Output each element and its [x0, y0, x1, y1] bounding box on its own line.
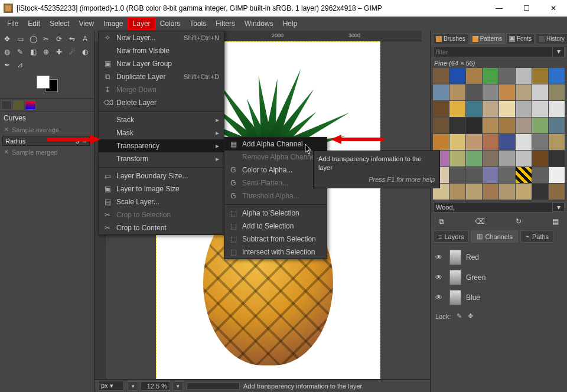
pattern-chip[interactable] [466, 101, 482, 117]
menu-view[interactable]: View [74, 18, 99, 30]
tool-options-tab-3[interactable] [25, 100, 35, 110]
tool-smudge[interactable]: ☄ [66, 46, 78, 58]
window-close-button[interactable]: ✕ [540, 0, 567, 17]
channel-row-green[interactable]: 👁Green [433, 267, 565, 288]
pattern-chip[interactable] [532, 184, 548, 200]
foreground-color[interactable] [37, 76, 50, 89]
pattern-chip[interactable] [433, 117, 449, 133]
menu-item-new-layer-group[interactable]: ▣New Layer Group [99, 57, 224, 70]
pattern-chip[interactable] [499, 134, 515, 150]
menu-item-delete-layer[interactable]: ⌫Delete Layer [99, 96, 224, 109]
pattern-chip[interactable] [449, 101, 465, 117]
tool-flip[interactable]: ⇋ [66, 33, 78, 45]
pattern-chip[interactable] [532, 117, 548, 133]
refresh-patterns-icon[interactable]: ↻ [516, 217, 522, 226]
menu-file[interactable]: File [2, 18, 23, 30]
pattern-chip[interactable] [516, 117, 532, 133]
pattern-chip[interactable] [499, 184, 515, 200]
tool-text[interactable]: A [79, 33, 91, 45]
pattern-chip[interactable] [449, 134, 465, 150]
tool-path[interactable]: ✒ [1, 59, 13, 71]
pattern-chip[interactable] [466, 151, 482, 166]
filter-dropdown-button[interactable]: ▾ [553, 47, 565, 57]
dock-tab-history[interactable]: History [536, 33, 567, 44]
pattern-chip[interactable] [483, 167, 498, 183]
tab-paths[interactable]: ⌁Paths [520, 230, 554, 243]
pattern-chip[interactable] [449, 167, 465, 183]
pattern-filter-input[interactable] [433, 47, 553, 57]
pattern-chip[interactable] [532, 101, 548, 117]
pattern-chip[interactable] [433, 134, 449, 150]
pattern-chip[interactable] [499, 68, 515, 84]
pattern-name-field[interactable]: Wood, [433, 202, 553, 213]
pattern-chip[interactable] [433, 101, 449, 117]
tool-bucket[interactable]: ◍ [1, 46, 13, 58]
channel-row-red[interactable]: 👁Red [433, 247, 565, 267]
menu-windows[interactable]: Windows [240, 18, 278, 30]
pattern-chip[interactable] [433, 68, 449, 84]
pattern-chip[interactable] [483, 184, 498, 200]
channel-row-blue[interactable]: 👁Blue [433, 288, 565, 308]
menu-item-stack[interactable]: Stack▸ [99, 113, 224, 126]
visibility-icon[interactable]: 👁 [435, 293, 445, 302]
tool-clone[interactable]: ⊕ [40, 46, 52, 58]
menu-item-duplicate-layer[interactable]: ⧉Duplicate LayerShift+Ctrl+D [99, 70, 224, 83]
tool-eraser[interactable]: ◧ [27, 46, 39, 58]
lock-position-icon[interactable]: ✥ [468, 312, 473, 320]
pattern-chip[interactable] [549, 68, 565, 84]
pattern-chip[interactable] [466, 184, 482, 200]
menu-item-layer-boundary-size-[interactable]: ▭Layer Boundary Size... [99, 169, 224, 182]
pattern-chip[interactable] [549, 134, 565, 150]
pattern-chip[interactable] [466, 68, 482, 84]
menu-item-layer-to-image-size[interactable]: ▣Layer to Image Size [99, 182, 224, 195]
pattern-chip[interactable] [466, 134, 482, 150]
pattern-chip[interactable] [499, 84, 515, 100]
delete-pattern-icon[interactable]: ⌫ [475, 217, 485, 226]
pattern-chip[interactable] [516, 101, 532, 117]
pattern-chip[interactable] [549, 84, 565, 100]
dock-tab-fonts[interactable]: AFonts [506, 33, 535, 44]
pattern-chip[interactable] [532, 167, 548, 183]
pattern-chip[interactable] [549, 184, 565, 200]
tool-rotate[interactable]: ⟳ [53, 33, 65, 45]
menu-image[interactable]: Image [99, 18, 128, 30]
pattern-chip[interactable] [449, 68, 465, 84]
pattern-chip[interactable] [449, 117, 465, 133]
zoom-out-button[interactable]: ▾ [128, 381, 138, 391]
submenu-item-subtract-from-selection[interactable]: ⬚Subtract from Selection [224, 233, 327, 246]
pattern-chip[interactable] [549, 117, 565, 133]
pattern-chip[interactable] [483, 151, 498, 166]
pattern-chip[interactable] [549, 167, 565, 183]
open-as-image-icon[interactable]: ▤ [552, 217, 559, 226]
option-sample-merged[interactable]: ✕Sample merged [0, 147, 94, 157]
duplicate-pattern-icon[interactable]: ⧉ [439, 217, 444, 226]
pattern-chip[interactable] [433, 84, 449, 100]
zoom-in-button[interactable]: ▾ [172, 381, 183, 391]
tool-options-tab-1[interactable] [1, 100, 12, 110]
lock-paint-icon[interactable]: ✎ [457, 312, 462, 320]
tool-move[interactable]: ✥ [1, 33, 13, 45]
unit-selector[interactable]: px ▾ [98, 381, 124, 391]
zoom-field[interactable]: 12.5 % [141, 381, 170, 391]
visibility-icon[interactable]: 👁 [435, 253, 445, 262]
pattern-chip[interactable] [449, 84, 465, 100]
submenu-item-alpha-to-selection[interactable]: ⬚Alpha to Selection [224, 207, 327, 220]
menu-help[interactable]: Help [278, 18, 302, 30]
menu-edit[interactable]: Edit [23, 18, 45, 30]
pattern-chip[interactable] [449, 151, 465, 166]
window-maximize-button[interactable]: ☐ [513, 0, 540, 17]
menu-filters[interactable]: Filters [211, 18, 240, 30]
pattern-chip[interactable] [516, 84, 532, 100]
submenu-item-add-to-selection[interactable]: ⬚Add to Selection [224, 220, 327, 233]
pattern-chip[interactable] [516, 134, 532, 150]
pattern-chip[interactable] [516, 184, 532, 200]
submenu-item-color-to-alpha-[interactable]: GColor to Alpha... [224, 164, 327, 177]
menu-item-transform[interactable]: Transform▸ [99, 152, 224, 165]
pattern-name-dropdown[interactable]: ▾ [553, 202, 565, 212]
pattern-chip[interactable] [499, 167, 515, 183]
tool-dodge[interactable]: ◐ [79, 46, 91, 58]
menu-item-scale-layer-[interactable]: ▤Scale Layer... [99, 195, 224, 208]
pattern-chip[interactable] [466, 167, 482, 183]
tool-crop[interactable]: ✂ [40, 33, 52, 45]
menu-item-crop-to-content[interactable]: ✂Crop to Content [99, 221, 224, 234]
